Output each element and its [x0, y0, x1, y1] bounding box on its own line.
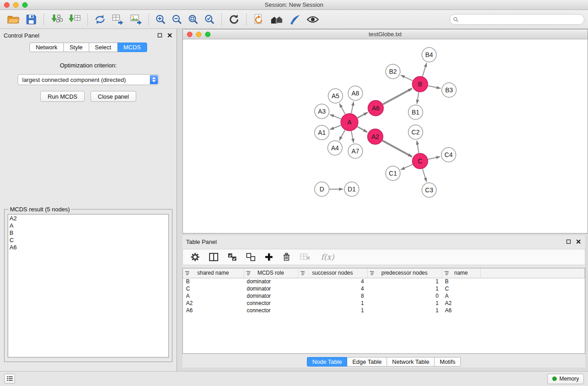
network-from-selection-button[interactable]: [91, 13, 109, 26]
run-mcds-button[interactable]: Run MCDS: [40, 91, 85, 102]
table-cell[interactable]: 1: [367, 285, 442, 292]
table-cell[interactable]: C: [183, 285, 244, 292]
edge-A2-C[interactable]: [382, 141, 412, 157]
show-columns-button[interactable]: [206, 252, 221, 262]
table-cell[interactable]: 4: [298, 285, 367, 292]
edge-A-A4[interactable]: [339, 130, 345, 140]
open-file-button[interactable]: [4, 13, 23, 26]
edge-B-B4[interactable]: [422, 63, 426, 76]
zoom-window-button[interactable]: [22, 2, 28, 8]
table-cell[interactable]: 1: [367, 278, 442, 285]
table-row[interactable]: Cdominator41C: [183, 285, 585, 292]
column-header-predecessor-nodes[interactable]: predecessor nodes: [367, 268, 442, 278]
import-network-button[interactable]: [48, 13, 66, 26]
table-cell[interactable]: A2: [442, 300, 480, 307]
table-row[interactable]: Adominator80A: [183, 292, 585, 300]
add-column-button[interactable]: [262, 252, 276, 262]
mcds-result-item[interactable]: A6: [10, 244, 167, 251]
table-row[interactable]: A2connector11A2: [183, 300, 585, 307]
column-header-shared-name[interactable]: shared name: [183, 268, 244, 278]
table-cell[interactable]: 1: [298, 307, 367, 314]
table-cell[interactable]: A: [183, 292, 244, 300]
edge-C-C2[interactable]: [417, 141, 419, 153]
edge-C-C3[interactable]: [422, 169, 426, 182]
table-cell[interactable]: 8: [298, 292, 367, 300]
edge-A-A5[interactable]: [339, 104, 345, 114]
minimize-network-window-button[interactable]: [196, 32, 201, 37]
table-cell[interactable]: A2: [183, 300, 244, 307]
table-cell[interactable]: dominator: [244, 292, 298, 300]
mcds-result-list[interactable]: A2ABCA6: [8, 214, 169, 357]
delete-column-button[interactable]: [279, 251, 294, 263]
memory-button[interactable]: Memory: [547, 374, 584, 384]
tab-motifs[interactable]: Motifs: [435, 357, 461, 367]
edge-B-B3[interactable]: [428, 86, 441, 89]
edge-A-A3[interactable]: [330, 114, 341, 119]
edge-B-B2[interactable]: [401, 75, 412, 81]
network-from-table-button[interactable]: [109, 13, 127, 26]
tab-select[interactable]: Select: [89, 43, 118, 52]
edge-C-C4[interactable]: [428, 157, 440, 159]
table-row[interactable]: A6connector11A6: [183, 307, 585, 314]
criterion-select[interactable]: largest connected component (directed): [18, 74, 159, 85]
edge-C-C1[interactable]: [401, 164, 412, 170]
table-cell[interactable]: 4: [298, 278, 367, 285]
tab-style[interactable]: Style: [64, 43, 89, 52]
table-row[interactable]: Bdominator41B: [183, 278, 585, 285]
edge-A-A8[interactable]: [351, 102, 354, 114]
table-cell[interactable]: 1: [367, 300, 442, 307]
edge-A-A7[interactable]: [351, 131, 354, 143]
close-window-button[interactable]: [4, 2, 10, 8]
table-cell[interactable]: dominator: [244, 278, 298, 285]
table-cell[interactable]: B: [183, 278, 244, 285]
export-image-button[interactable]: [127, 13, 145, 26]
deselect-all-button[interactable]: [243, 252, 258, 262]
zoom-in-button[interactable]: [153, 13, 169, 26]
table-cell[interactable]: A: [442, 292, 480, 300]
zoom-fit-button[interactable]: [185, 13, 201, 26]
float-panel-button[interactable]: [157, 32, 163, 38]
column-header-successor-nodes[interactable]: successor nodes: [298, 268, 367, 278]
mcds-result-item[interactable]: A: [10, 222, 167, 229]
mcds-result-item[interactable]: C: [10, 237, 167, 244]
column-header-name[interactable]: name: [442, 268, 480, 278]
edge-B-B1[interactable]: [417, 92, 419, 104]
table-cell[interactable]: connector: [244, 307, 298, 314]
table-cell[interactable]: B: [442, 278, 480, 285]
tab-edge-table[interactable]: Edge Table: [347, 357, 387, 367]
table-cell[interactable]: 1: [367, 307, 442, 314]
table-cell[interactable]: connector: [244, 300, 298, 307]
edge-A6-B[interactable]: [383, 89, 412, 105]
document-report-button[interactable]: [250, 13, 268, 26]
edge-A-A6[interactable]: [358, 112, 368, 118]
tab-mcds[interactable]: MCDS: [118, 43, 147, 52]
float-table-panel-button[interactable]: [565, 238, 572, 245]
table-cell[interactable]: C: [442, 285, 480, 292]
mcds-result-item[interactable]: A2: [10, 215, 167, 222]
table-cell[interactable]: A6: [442, 307, 480, 314]
zoom-network-window-button[interactable]: [205, 32, 210, 37]
mcds-result-item[interactable]: B: [10, 229, 167, 237]
network-canvas[interactable]: B4B2BB3A5A8A6B1A3AC2A1A2A4A7C4CC1C3DD1: [183, 39, 587, 233]
tab-network[interactable]: Network: [29, 43, 64, 52]
close-table-panel-button[interactable]: [575, 238, 582, 245]
select-all-button[interactable]: [225, 252, 240, 262]
search-input[interactable]: [449, 14, 584, 25]
table-cell[interactable]: 1: [298, 300, 367, 307]
edge-A-A1[interactable]: [330, 125, 341, 129]
zoom-selected-button[interactable]: [201, 13, 218, 26]
close-panel-button[interactable]: Close panel: [91, 91, 136, 102]
tab-network-table[interactable]: Network Table: [387, 357, 435, 367]
minimize-window-button[interactable]: [13, 2, 19, 8]
tab-node-table[interactable]: Node Table: [307, 357, 348, 367]
import-table-button[interactable]: [66, 13, 84, 26]
show-hide-button[interactable]: [304, 14, 322, 24]
column-header-mcds-role[interactable]: MCDS role: [244, 268, 298, 278]
show-panels-button[interactable]: [4, 374, 15, 384]
save-session-button[interactable]: [23, 13, 40, 26]
refresh-layout-button[interactable]: [225, 13, 243, 26]
close-network-window-button[interactable]: [187, 32, 192, 37]
delete-table-button[interactable]: [297, 252, 313, 262]
style-brush-button[interactable]: [287, 13, 304, 26]
home-view-button[interactable]: [268, 13, 287, 26]
